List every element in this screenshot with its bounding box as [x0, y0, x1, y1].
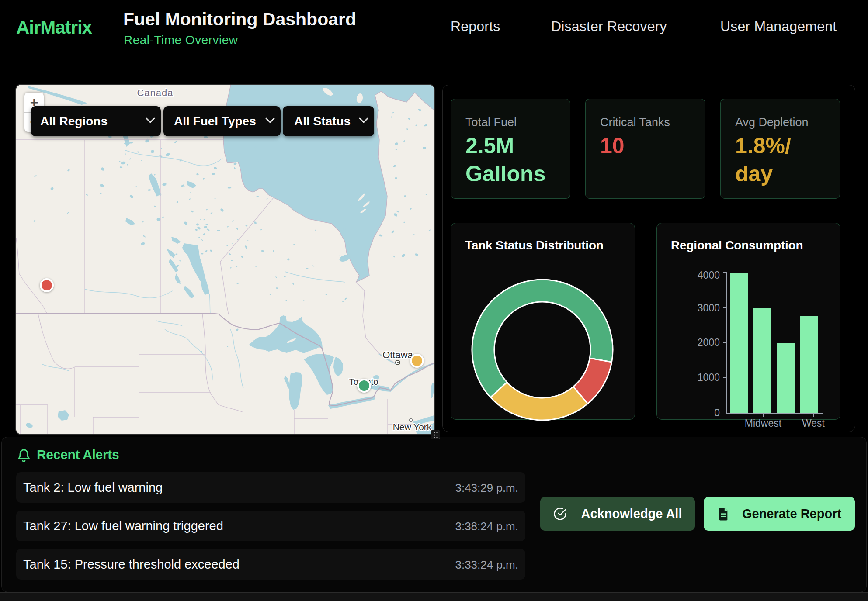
svg-text:4000: 4000: [698, 269, 720, 281]
svg-text:0: 0: [714, 407, 720, 418]
svg-text:2000: 2000: [698, 337, 720, 348]
svg-text:1000: 1000: [698, 372, 720, 383]
svg-text:West: West: [802, 418, 825, 429]
svg-text:3000: 3000: [698, 302, 720, 314]
svg-text:Midwest: Midwest: [745, 418, 782, 429]
